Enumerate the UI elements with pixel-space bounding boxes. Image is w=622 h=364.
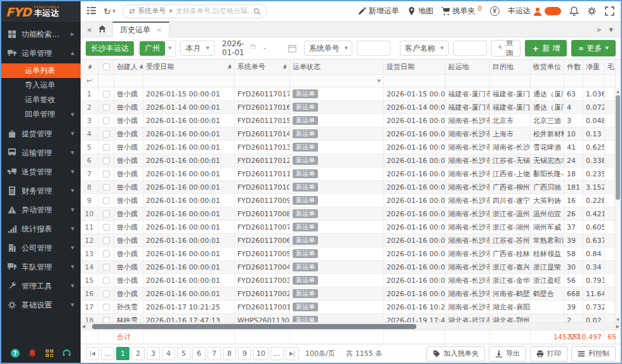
notifications-bell-icon[interactable] (569, 6, 579, 16)
row-checkbox[interactable] (103, 211, 110, 218)
table-row[interactable]: 2曾小娥2026-01-14 00:00:01FYD260117016新运单20… (81, 101, 621, 114)
header-cell-提货日期[interactable]: 提货日期 (384, 60, 446, 75)
filter-cell-cb[interactable] (98, 75, 114, 88)
filter-cell-status[interactable]: ▼ (290, 75, 384, 88)
scroll-up-icon[interactable]: ▲ (615, 88, 621, 94)
page-button-6[interactable]: 6 (192, 347, 206, 360)
table-row[interactable]: 18林映雪2026-01-16 17:47:13WHPS260113004新运单… (81, 314, 621, 322)
pin-icon[interactable] (281, 64, 287, 70)
search-icon[interactable] (253, 8, 261, 15)
page-button-9[interactable]: 9 (238, 347, 251, 360)
row-checkbox[interactable] (103, 197, 110, 204)
pin-icon[interactable] (226, 64, 232, 70)
page-button-4[interactable]: 4 (162, 347, 175, 360)
row-checkbox[interactable] (103, 237, 110, 244)
sidebar-item-fleet-management[interactable]: 车队管理▼ (1, 257, 81, 276)
sidebar-item-waybill-management[interactable]: 运单管理▲ (1, 44, 81, 63)
page-button-5[interactable]: 5 (177, 347, 190, 360)
sidebar-item-transport-management[interactable]: 运输管理▼ (1, 143, 81, 162)
query-button[interactable]: 查 询 ▼ (491, 40, 521, 56)
user-account[interactable]: 丰运达 (508, 6, 561, 16)
sidebar-item-exception-management[interactable]: 异动管理▼ (1, 200, 81, 219)
header-cell-运单状态[interactable]: 运单状态 (290, 60, 384, 75)
sidebar-foot-qrcode-icon[interactable] (45, 349, 54, 358)
add-button[interactable]: +新 增 (525, 40, 567, 56)
pin-icon[interactable] (138, 64, 143, 70)
select-all-checkbox[interactable] (103, 63, 110, 70)
row-checkbox[interactable] (103, 131, 110, 138)
table-row[interactable]: 9曾小娥2026-01-16 00:00:01FYD260117009新运单20… (81, 194, 621, 207)
branch-select[interactable]: 广州 ▼ (138, 40, 176, 57)
header-cell-收货单位[interactable]: 收货单位 (531, 60, 564, 75)
row-checkbox[interactable] (103, 171, 110, 178)
table-row[interactable]: 10曾小娥2026-01-16 00:00:01FYD260117008新运单2… (81, 207, 621, 221)
undo-icon[interactable]: ↩ (86, 77, 92, 85)
customer-input[interactable] (453, 41, 487, 56)
filter-cell-accept_date[interactable] (143, 75, 235, 88)
date-from-input[interactable]: 2026-01-01 (219, 41, 259, 56)
scroll-down-icon[interactable]: ▼ (615, 316, 621, 322)
currency-icon[interactable]: ¥ (490, 6, 500, 16)
table-row[interactable]: 3曾小娥2026-01-16 00:00:01FYD260117015新运单20… (81, 114, 621, 127)
page-button-10[interactable]: 10 (253, 347, 268, 360)
sidebar-item-basic-settings[interactable]: 基础设置▼ (1, 296, 81, 315)
table-row[interactable]: 11曾小娥2026-01-16 00:00:01FYD260117007新运单2… (81, 221, 621, 234)
tab-menu-icon[interactable]: ▾ (609, 25, 613, 34)
table-row[interactable]: 5曾小娥2026-01-16 00:00:01FYD260117013新运单20… (81, 141, 621, 154)
filter-cell-gross[interactable] (605, 75, 616, 88)
sidebar-subitem-waybill-list[interactable]: 运单列表 (1, 63, 81, 78)
page-button-3[interactable]: 3 (147, 347, 160, 360)
table-row[interactable]: 6曾小娥2026-01-16 00:00:01FYD260117012新运单20… (81, 154, 621, 167)
header-cell-净重[interactable]: 净重 (583, 60, 605, 75)
row-checkbox[interactable] (103, 290, 110, 297)
sidebar-subitem-waybill-sign[interactable]: 运单签收 (1, 93, 81, 107)
tab-history-waybill[interactable]: 历史运单 × (112, 22, 169, 37)
filter-cell-sys_no[interactable] (235, 75, 290, 88)
filter-dropdown-icon[interactable]: ▼ (378, 79, 381, 84)
filter-cell-creator[interactable] (114, 75, 143, 88)
period-select[interactable]: 本月▼ (180, 41, 214, 56)
quick-search-input[interactable]: ⇄ 系统单号 ▼ 支持多单号,以空格分隔. (122, 4, 267, 18)
table-row[interactable]: 15曾小娥2026-01-16 00:00:01FYD260117003新运单2… (81, 274, 621, 287)
horizontal-scroll-thumb[interactable] (92, 324, 416, 329)
row-checkbox[interactable] (103, 117, 110, 124)
row-checkbox[interactable] (103, 264, 110, 271)
scroll-tabs-left-icon[interactable]: « (87, 25, 92, 34)
row-checkbox[interactable] (103, 250, 110, 257)
sidebar-foot-alerts-icon[interactable] (28, 349, 37, 358)
filter-cell-dest[interactable] (490, 75, 531, 88)
sidebar-item-function-search[interactable]: 功能检索...▶ (1, 25, 81, 44)
order-type-select[interactable]: 系统单号▼ (304, 41, 352, 56)
header-cell-受理日期[interactable]: 受理日期 (143, 60, 235, 75)
row-checkbox[interactable] (103, 184, 110, 191)
sidebar-foot-help-icon[interactable]: ? (11, 349, 20, 358)
print-button[interactable]: 打印 (530, 346, 567, 361)
scroll-right-icon[interactable]: ▶ (616, 324, 619, 329)
sidebar-item-management-tools[interactable]: 管理工具▼ (1, 276, 81, 296)
next-pages-button[interactable]: ... (270, 347, 284, 360)
add-to-pick-folder-button[interactable]: 加入挑单夹 (427, 346, 485, 361)
scroll-left-icon[interactable]: ◀ (82, 324, 85, 329)
row-checkbox[interactable] (103, 144, 110, 151)
table-row[interactable]: 17孙佚雪2026-01-17 10:21:25FYD260117001新运单2… (81, 301, 621, 314)
more-button[interactable]: ≡更多▼ (571, 40, 616, 56)
export-button[interactable]: 导出 (489, 346, 526, 361)
filter-cell-consignee[interactable] (531, 75, 564, 88)
sidebar-item-finance-management[interactable]: 财务管理▼ (1, 181, 81, 200)
row-checkbox[interactable] (103, 317, 110, 323)
app-logo[interactable]: FYD FENGYUNDA 丰运达 (1, 1, 81, 23)
sidebar-item-company-management[interactable]: 公司管理▼ (1, 238, 81, 257)
home-icon[interactable] (98, 25, 107, 34)
page-button-2[interactable]: 2 (131, 347, 145, 360)
table-row[interactable]: 14曾小娥2026-01-16 00:00:01FYD260117004新运单2… (81, 261, 621, 274)
map-button[interactable]: 地图 (407, 6, 433, 16)
filter-cell-pickup_date[interactable] (384, 75, 446, 88)
header-cell-目的地[interactable]: 目的地 (490, 60, 531, 75)
collapse-sidebar-icon[interactable] (87, 6, 96, 16)
row-checkbox[interactable] (103, 157, 110, 164)
close-tab-icon[interactable]: × (156, 26, 162, 34)
table-row[interactable]: 4曾小娥2026-01-16 00:00:01FYD260117014新运单20… (81, 127, 621, 141)
sidebar-subitem-receipt-management[interactable]: 回单管理▼ (1, 107, 81, 122)
first-page-button[interactable]: |◀ (86, 347, 99, 360)
header-cell-件数[interactable]: 件数 (564, 60, 583, 75)
